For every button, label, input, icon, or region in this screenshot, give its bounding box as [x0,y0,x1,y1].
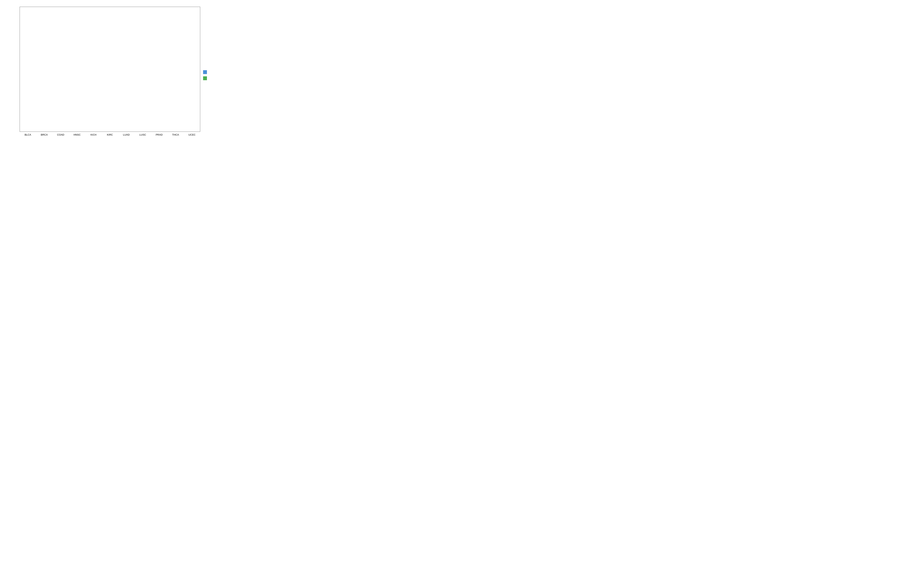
svg-rect-371 [35,95,36,95]
svg-rect-1003 [132,85,133,85]
svg-rect-1188 [162,29,162,30]
svg-rect-747 [95,91,95,91]
svg-rect-1054 [136,93,137,93]
x-label-kich: KICH [85,132,102,141]
legend-item-normal [203,76,222,80]
svg-point-28 [26,19,26,20]
svg-rect-660 [79,55,79,56]
svg-rect-1140 [141,49,141,50]
svg-rect-551 [62,75,62,75]
svg-rect-868 [104,64,104,65]
svg-rect-360 [21,37,21,37]
x-label-kirc: KIRC [102,132,118,141]
svg-rect-1416 [190,82,190,83]
svg-rect-841 [111,110,111,110]
svg-rect-1030 [132,41,133,42]
svg-rect-601 [63,55,63,55]
svg-rect-611 [68,37,68,37]
svg-rect-615 [68,28,68,29]
svg-rect-1146 [152,120,152,121]
svg-rect-345 [30,70,30,71]
svg-rect-973 [128,78,128,78]
svg-rect-591 [68,68,68,69]
x-label-thca: THCA [167,132,184,141]
svg-rect-643 [70,82,71,82]
svg-rect-1365 [193,109,194,109]
x-label-lusc: LUSC [134,132,151,141]
svg-rect-490 [51,81,51,81]
svg-rect-639 [70,87,71,87]
svg-rect-324 [21,109,21,110]
svg-rect-1197 [156,71,157,72]
svg-rect-1317 [181,76,181,76]
svg-rect-435 [45,99,46,99]
svg-rect-318 [21,126,21,126]
svg-rect-1283 [170,74,170,74]
svg-rect-487 [42,85,42,85]
svg-rect-550 [60,75,60,75]
svg-rect-978 [120,66,121,66]
chart-body: 0246810 BLCABRCACOADHNSCKICHKIRCLUADLUSC… [5,6,226,141]
svg-rect-484 [51,92,51,93]
svg-rect-711 [75,52,75,52]
svg-rect-352 [30,59,30,60]
svg-rect-696 [78,64,78,65]
svg-rect-814 [91,61,92,61]
svg-rect-1056 [144,93,144,93]
svg-rect-525 [62,117,62,118]
svg-rect-1219 [166,42,166,43]
svg-rect-1150 [152,109,152,109]
svg-rect-895 [116,95,117,95]
svg-rect-1208 [166,55,166,56]
svg-rect-1331 [179,64,179,65]
svg-rect-1381 [193,83,194,84]
svg-rect-1147 [162,120,162,121]
svg-rect-1378 [186,83,186,84]
svg-rect-1025 [124,50,124,50]
svg-rect-757 [92,78,93,78]
svg-rect-1377 [193,87,194,88]
svg-rect-588 [68,73,68,73]
svg-rect-1316 [174,76,174,76]
svg-rect-1157 [162,92,162,92]
svg-rect-1076 [144,64,144,65]
svg-rect-545 [57,79,57,79]
svg-rect-1034 [132,32,133,33]
svg-rect-454 [42,71,42,71]
svg-rect-527 [62,113,62,113]
svg-rect-408 [25,32,26,32]
svg-rect-1069 [136,74,137,74]
svg-rect-541 [55,83,55,84]
svg-rect-1019 [128,63,129,63]
svg-rect-1362 [186,113,186,113]
svg-rect-1036 [132,28,133,29]
svg-rect-941 [128,123,128,123]
svg-rect-1166 [152,63,152,64]
svg-rect-1050 [144,102,144,103]
svg-rect-350 [21,59,21,60]
svg-rect-1418 [190,79,190,80]
svg-rect-334 [30,87,30,87]
svg-rect-331 [30,92,30,93]
svg-rect-587 [63,73,63,73]
svg-rect-1379 [188,83,189,84]
svg-rect-542 [58,83,59,84]
svg-rect-1327 [178,67,178,67]
svg-rect-1462 [198,29,199,30]
svg-rect-1078 [144,60,144,60]
svg-rect-900 [108,85,108,85]
svg-rect-1330 [176,64,177,65]
svg-rect-1368 [186,100,186,101]
svg-rect-687 [75,74,75,75]
svg-rect-671 [70,24,71,24]
svg-rect-640 [73,87,74,87]
svg-rect-1152 [152,103,152,103]
svg-rect-1189 [152,24,152,24]
x-labels-row: BLCABRCACOADHNSCKICHKIRCLUADLUSCPRADTHCA… [19,132,200,141]
svg-rect-572 [58,104,58,105]
svg-rect-1136 [141,55,141,55]
svg-rect-382 [35,73,36,73]
svg-rect-1163 [162,75,162,75]
svg-rect-1218 [161,42,162,43]
svg-rect-1334 [176,62,177,63]
